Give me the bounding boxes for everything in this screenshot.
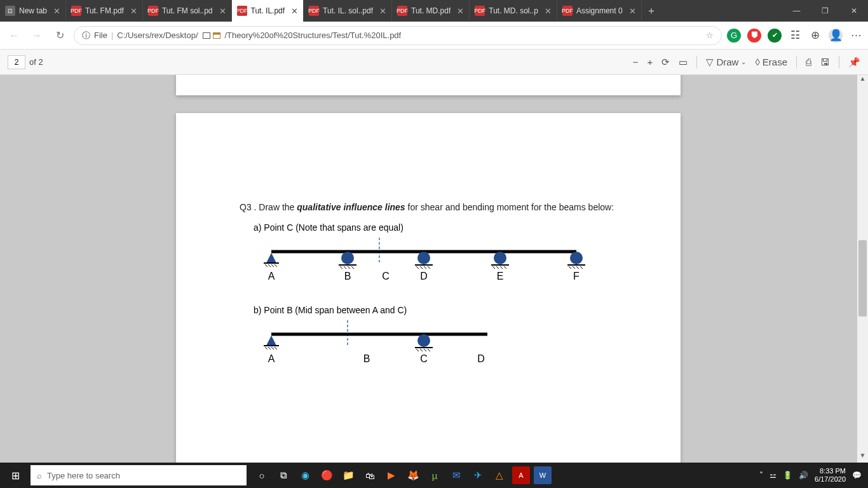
extension-ublock-icon[interactable]: ⛊ [747, 29, 761, 43]
tab-close-button[interactable]: ✕ [219, 6, 226, 16]
more-menu-button[interactable]: ⋯ [849, 29, 863, 43]
pin-toolbar-button[interactable]: 📌 [848, 57, 860, 68]
eraser-icon: ◊ [755, 57, 759, 67]
draw-button[interactable]: ▽ Draw ⌄ [706, 57, 746, 68]
reading-list-button[interactable]: ☷ [788, 29, 802, 43]
scrollbar-thumb[interactable] [858, 240, 867, 316]
favorite-button[interactable]: ☆ [706, 30, 714, 40]
question-q3: Q3 . Draw the qualitative influence line… [240, 202, 617, 212]
extension-shield-icon[interactable]: ✔ [768, 29, 782, 43]
browser-tab[interactable]: PDFTut. MD. sol..p✕ [470, 0, 557, 22]
tab-label: Tut. MD.pdf [411, 6, 451, 15]
vertical-scrollbar[interactable]: ▲ ▼ [857, 75, 868, 463]
zoom-out-button[interactable]: − [633, 57, 639, 67]
wifi-icon[interactable]: ⚍ [770, 471, 776, 480]
scroll-down-arrow[interactable]: ▼ [857, 452, 868, 463]
vlc-icon[interactable]: △ [491, 466, 508, 484]
tab-close-button[interactable]: ✕ [457, 6, 464, 16]
question-q3b: b) Point B (Mid span between A and C) [254, 305, 617, 315]
back-button[interactable]: ← [5, 27, 23, 44]
browser-tab[interactable]: PDFTut. FM.pdf✕ [66, 0, 143, 22]
store-icon[interactable]: 🛍 [361, 466, 379, 484]
divider [839, 56, 839, 69]
start-button[interactable]: ⊞ [0, 470, 31, 482]
url-path-part2: /Theory%20of%20Structures/Test/Tut.%20IL… [225, 30, 402, 40]
tab-close-button[interactable]: ✕ [545, 6, 552, 16]
url-field[interactable]: ⓘ File | C:/Users/rex/Desktop/ /Theory%2… [74, 26, 722, 45]
browser-tab[interactable]: PDFTut. IL. sol..pdf✕ [304, 0, 392, 22]
svg-text:B: B [363, 353, 370, 364]
maximize-button[interactable]: ❐ [811, 0, 839, 22]
refresh-button[interactable]: ↻ [51, 27, 69, 44]
browser-tab[interactable]: PDFTut. FM sol..pd✕ [143, 0, 232, 22]
pdf-toolbar: of 2 − + ⟳ ▭ ▽ Draw ⌄ ◊ Erase ⎙ 🖫 📌 [0, 50, 868, 75]
fit-page-button[interactable]: ▭ [679, 57, 688, 68]
page-number-input[interactable] [8, 55, 25, 69]
mail-icon[interactable]: ✉ [447, 466, 465, 484]
scroll-up-arrow[interactable]: ▲ [857, 75, 868, 86]
tab-close-button[interactable]: ✕ [53, 6, 60, 16]
edge-icon[interactable]: ◉ [296, 466, 314, 484]
media-icon[interactable]: ▶ [383, 466, 400, 484]
page-total-label: of 2 [29, 57, 43, 67]
notifications-icon[interactable]: 💬 [852, 471, 862, 480]
folder-icon [202, 31, 221, 40]
tab-close-button[interactable]: ✕ [629, 6, 636, 16]
new-tab-button[interactable]: ＋ [642, 0, 661, 22]
svg-line-15 [348, 266, 350, 269]
minimize-button[interactable]: — [782, 0, 811, 22]
acrobat-icon[interactable]: A [512, 466, 530, 484]
profile-button[interactable]: 👤 [829, 29, 843, 43]
tab-label: Assignment 0 [576, 6, 623, 15]
taskview-icon[interactable]: ⧉ [275, 466, 292, 484]
tab-label: Tut. IL. sol..pdf [323, 6, 373, 15]
pdf-page-prev-edge [176, 75, 681, 95]
forward-button[interactable]: → [28, 27, 46, 44]
word-icon[interactable]: W [534, 466, 552, 484]
explorer-icon[interactable]: 📁 [339, 466, 357, 484]
firefox-icon[interactable]: 🦊 [404, 466, 422, 484]
browser-tab[interactable]: PDFAssignment 0✕ [557, 0, 642, 22]
tab-label: New tab [19, 6, 47, 15]
rotate-button[interactable]: ⟳ [661, 57, 670, 68]
tab-label: Tut. IL.pdf [251, 6, 285, 15]
search-placeholder: Type here to search [47, 471, 120, 480]
taskbar-clock[interactable]: 8:33 PM 6/17/2020 [815, 467, 846, 484]
zoom-in-button[interactable]: + [648, 57, 653, 67]
cortana-icon[interactable]: ○ [253, 466, 271, 484]
pdf-viewer[interactable]: Q3 . Draw the qualitative influence line… [0, 75, 857, 463]
tab-label: Tut. FM.pdf [85, 6, 124, 15]
svg-text:E: E [497, 271, 504, 281]
svg-line-28 [504, 266, 506, 269]
divider [696, 56, 697, 69]
svg-point-23 [494, 252, 506, 264]
svg-line-19 [416, 266, 419, 269]
extension-icons: G ⛊ ✔ ☷ ⊕ 👤 ⋯ [727, 29, 863, 43]
collections-button[interactable]: ⊕ [808, 29, 822, 43]
tray-expand-icon[interactable]: ˄ [759, 471, 763, 480]
print-button[interactable]: ⎙ [806, 57, 811, 67]
battery-icon[interactable]: 🔋 [783, 471, 792, 480]
svg-line-31 [569, 266, 571, 269]
utorrent-icon[interactable]: µ [426, 466, 444, 484]
tab-close-button[interactable]: ✕ [379, 6, 386, 16]
telegram-icon[interactable]: ✈ [469, 466, 487, 484]
close-window-button[interactable]: ✕ [839, 0, 868, 22]
browser-tab[interactable]: PDFTut. IL.pdf✕ [232, 0, 304, 22]
tab-close-button[interactable]: ✕ [130, 6, 137, 16]
browser-tab[interactable]: ⊡New tab✕ [0, 0, 66, 22]
erase-button[interactable]: ◊ Erase [755, 57, 787, 67]
save-button[interactable]: 🖫 [820, 57, 830, 67]
taskbar-search[interactable]: ⌕ Type here to search [31, 465, 247, 485]
browser-titlebar: ⊡New tab✕PDFTut. FM.pdf✕PDFTut. FM sol..… [0, 0, 868, 22]
extension-grammarly-icon[interactable]: G [727, 29, 741, 43]
svg-line-16 [351, 266, 354, 269]
tab-close-button[interactable]: ✕ [291, 6, 298, 16]
svg-point-49 [417, 334, 430, 347]
chrome-icon[interactable]: 🔴 [318, 466, 336, 484]
svg-line-14 [344, 266, 346, 269]
svg-marker-43 [266, 336, 276, 346]
browser-tab[interactable]: PDFTut. MD.pdf✕ [392, 0, 470, 22]
svg-line-32 [573, 266, 575, 269]
volume-icon[interactable]: 🔊 [799, 471, 808, 480]
